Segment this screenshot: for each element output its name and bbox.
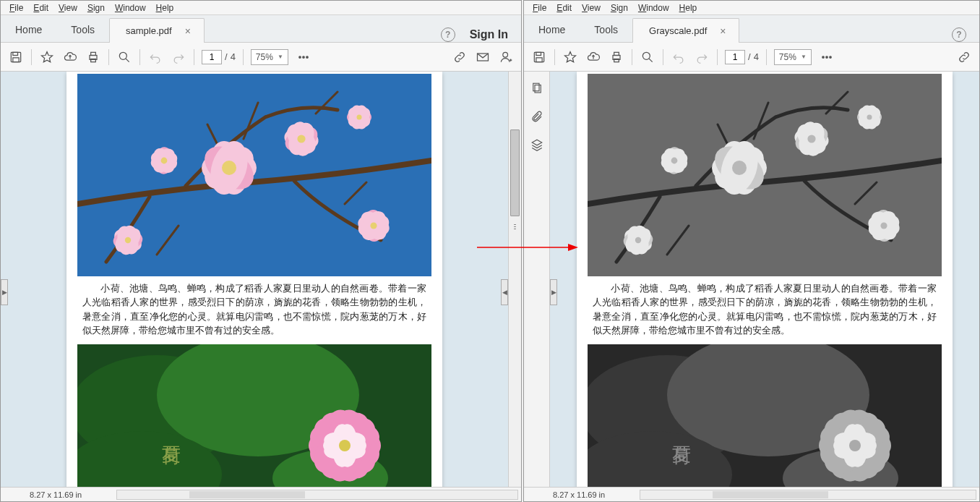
svg-point-94 (807, 135, 815, 142)
save-icon[interactable] (8, 49, 24, 65)
document-tab-label: sample.pdf (126, 25, 172, 36)
dropdown-icon: ▼ (801, 54, 807, 60)
svg-point-18 (222, 161, 236, 175)
photo-cherry-blossom-grayscale (588, 74, 942, 276)
page-current-input[interactable] (202, 50, 222, 64)
photo-lotus-grayscale: 夏荷 (588, 344, 942, 488)
attachments-icon[interactable] (530, 110, 543, 125)
expand-right-rail[interactable]: ◀ (501, 279, 508, 305)
menu-sign[interactable]: Sign (83, 2, 109, 14)
left-rail (524, 72, 550, 487)
tab-strip: Home Tools Grayscale.pdf × ? (524, 15, 979, 43)
menu-file[interactable]: File (528, 2, 551, 14)
link-icon[interactable] (452, 49, 468, 65)
svg-point-77 (822, 56, 825, 58)
svg-point-8 (303, 56, 305, 58)
zoom-select[interactable]: 75% ▼ (251, 49, 288, 65)
pdf-page: 小荷、池塘、鸟鸣、蝉鸣，构成了稻香人家夏日里动人的自然画卷。带着一家人光临稻香人… (577, 72, 953, 487)
svg-point-118 (880, 222, 887, 229)
photo-lotus: 夏荷 (77, 344, 431, 488)
find-icon[interactable] (640, 49, 656, 65)
tab-home[interactable]: Home (1, 17, 56, 42)
svg-point-68 (339, 440, 351, 451)
document-tab[interactable]: Grayscale.pdf × (632, 18, 739, 43)
svg-point-9 (306, 56, 309, 58)
menu-help[interactable]: Help (675, 2, 702, 14)
print-icon[interactable] (85, 49, 101, 65)
menubar: File Edit View Sign Window Help (1, 1, 521, 15)
svg-rect-5 (91, 59, 96, 61)
svg-point-7 (299, 56, 301, 58)
vertical-scrollbar[interactable] (508, 72, 521, 487)
menu-view[interactable]: View (54, 2, 82, 14)
svg-point-100 (671, 158, 678, 164)
svg-rect-81 (535, 85, 541, 93)
svg-point-76 (642, 52, 650, 59)
menu-file[interactable]: File (5, 2, 27, 14)
tab-home[interactable]: Home (524, 17, 580, 42)
svg-point-42 (125, 237, 131, 243)
menu-sign[interactable]: Sign (606, 2, 632, 14)
status-bar: 8.27 x 11.69 in (1, 487, 521, 501)
save-icon[interactable] (531, 49, 547, 65)
tab-tools[interactable]: Tools (580, 17, 632, 42)
menu-view[interactable]: View (577, 2, 605, 14)
svg-point-138 (849, 440, 861, 451)
thumbnails-icon[interactable] (530, 82, 543, 97)
redo-icon[interactable] (171, 49, 186, 65)
profile-plus-icon[interactable] (498, 49, 514, 65)
layers-icon[interactable] (530, 138, 543, 153)
email-icon[interactable] (475, 49, 491, 65)
print-icon[interactable] (609, 49, 624, 65)
expand-left-rail[interactable]: ▶ (1, 279, 8, 305)
horizontal-scrollbar[interactable] (116, 490, 518, 500)
svg-point-106 (867, 115, 872, 120)
undo-icon[interactable] (671, 49, 687, 65)
dropdown-icon: ▼ (278, 54, 283, 60)
menu-window[interactable]: Window (111, 2, 150, 14)
tab-tools[interactable]: Tools (56, 17, 109, 42)
paragraph-text: 小荷、池塘、鸟鸣、蝉鸣，构成了稻香人家夏日里动人的自然画卷。带着一家人光临稻香人… (577, 281, 953, 344)
page-indicator: / 4 (725, 50, 759, 64)
help-icon[interactable]: ? (952, 27, 966, 42)
horizontal-scrollbar[interactable] (640, 490, 976, 500)
redo-icon[interactable] (694, 49, 710, 65)
cloud-upload-icon[interactable] (585, 49, 601, 65)
pdf-page: 小荷、池塘、鸟鸣、蝉鸣，构成了稻香人家夏日里动人的自然画卷。带着一家人光临稻香人… (66, 72, 442, 487)
svg-point-88 (732, 161, 747, 175)
close-tab-icon[interactable]: × (720, 27, 726, 35)
svg-point-79 (830, 56, 832, 58)
link-icon[interactable] (956, 49, 972, 65)
expand-left-rail[interactable]: ▶ (550, 279, 557, 305)
cloud-upload-icon[interactable] (62, 49, 78, 65)
zoom-select[interactable]: 75% ▼ (774, 49, 812, 65)
menu-edit[interactable]: Edit (552, 2, 576, 14)
svg-point-36 (357, 115, 362, 120)
page-total: 4 (231, 51, 236, 62)
svg-rect-75 (614, 59, 619, 61)
menu-help[interactable]: Help (152, 2, 179, 14)
menu-window[interactable]: Window (634, 2, 674, 14)
status-bar: 8.27 x 11.69 in (524, 487, 979, 501)
zoom-value: 75% (256, 52, 273, 62)
sign-in-button[interactable]: Sign In (470, 28, 508, 41)
undo-icon[interactable] (147, 49, 163, 65)
photo-cherry-blossom (77, 74, 431, 276)
star-icon[interactable] (39, 49, 55, 65)
document-tab[interactable]: sample.pdf × (109, 18, 205, 43)
page-current-input[interactable] (725, 50, 745, 64)
more-icon[interactable] (819, 49, 835, 65)
star-icon[interactable] (562, 49, 578, 65)
svg-point-48 (370, 222, 377, 229)
page-dimensions: 8.27 x 11.69 in (30, 490, 82, 499)
more-icon[interactable] (296, 49, 311, 65)
find-icon[interactable] (116, 49, 132, 65)
menu-edit[interactable]: Edit (29, 2, 53, 14)
svg-point-30 (161, 158, 168, 164)
tab-strip: Home Tools sample.pdf × ? Sign In (1, 15, 521, 43)
menubar: File Edit View Sign Window Help (524, 1, 979, 15)
page-indicator: / 4 (202, 50, 236, 64)
close-tab-icon[interactable]: × (185, 27, 191, 35)
zoom-value: 75% (779, 52, 796, 62)
help-icon[interactable]: ? (441, 27, 455, 42)
